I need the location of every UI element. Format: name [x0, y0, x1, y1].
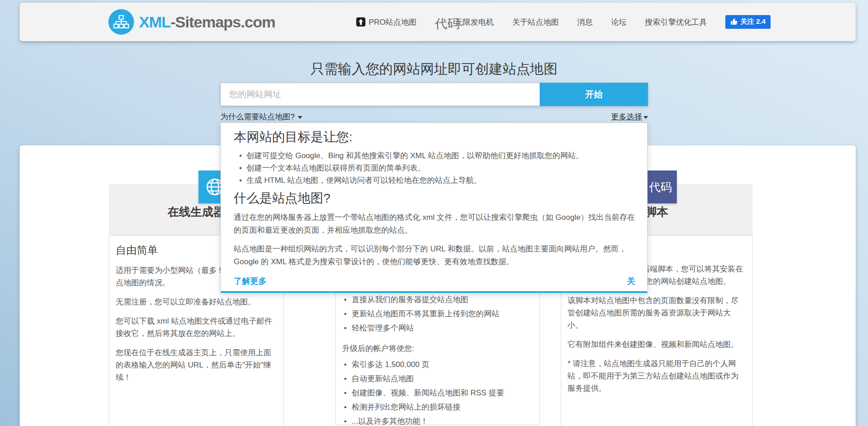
main-nav: PRO站点地图 代码 无限发电机 关于站点地图 消息 论坛 搜索引擎优化工具: [356, 14, 771, 30]
nav-label: 关于站点地图: [512, 17, 559, 27]
popup-paragraph: 通过在您的网络服务器上放置一个带站点地图的格式化 xml 文件，您可以让搜索引擎…: [234, 211, 635, 237]
page-title: 只需输入您的网站网址即可创建站点地图: [0, 60, 868, 79]
header-bar: XML-Sitemaps.com PRO站点地图 代码 无限发电机 关于站点地图: [20, 3, 856, 41]
nav-label: 无限发电机: [455, 17, 494, 27]
list-item: 生成 HTML 站点地图，使网站访问者可以轻松地在您的站点上导航。: [239, 175, 635, 186]
website-url-input[interactable]: [220, 83, 540, 106]
logo-xml: XML: [139, 13, 171, 31]
paragraph: 该脚本对站点地图中包含的页面数量没有限制，尽管创建站点地图所需的服务器资源取决于…: [568, 294, 746, 331]
close-popup-link[interactable]: 关: [627, 276, 635, 287]
list-item: 自动更新站点地图: [344, 373, 533, 385]
list-item: 创建一个文本站点地图以获得所有页面的简单列表。: [239, 162, 635, 174]
list-item: 索引多达 1,500,000 页: [344, 358, 533, 371]
popup-goals-heading: 本网站的目标是让您:: [234, 129, 635, 145]
paragraph: 您可以下载 xml 站点地图文件或通过电子邮件接收它，然后将其放在您的网站上。: [116, 315, 277, 340]
upgrade-feature-list: 索引多达 1,500,000 页 自动更新站点地图 创建图像、视频、新闻站点地图…: [342, 358, 533, 425]
paragraph: 无需注册，您可以立即准备好站点地图。: [116, 296, 277, 308]
paragraph: 您现在位于在线生成器主页上，只需使用上面的表格输入您的网站 URL，然后单击"开…: [116, 346, 277, 383]
sitemap-form: 开始: [220, 83, 648, 106]
list-item: 轻松管理多个网站: [344, 322, 533, 334]
list-item: 更新站点地图而不将其重新上传到您的网站: [344, 308, 533, 320]
nav-item-forum[interactable]: 论坛: [611, 17, 627, 27]
list-item: 直接从我们的服务器提交站点地图: [344, 293, 533, 306]
nav-label: PRO站点地图: [369, 17, 417, 27]
nav-item-unlimited-generator[interactable]: 代码 无限发电机: [435, 14, 494, 30]
nav-label: 消息: [577, 17, 593, 27]
why-sitemap-popup: 本网站的目标是让您: 创建可提交给 Google、Bing 和其他搜索引擎的 X…: [220, 122, 648, 293]
nav-item-pro-sitemaps[interactable]: PRO站点地图: [356, 17, 417, 27]
nav-item-news[interactable]: 消息: [577, 17, 593, 27]
more-options-label: 更多选择: [611, 112, 642, 121]
nav-label: 论坛: [611, 17, 627, 27]
popup-paragraph: 站点地图是一种组织网站的方式，可以识别每个部分下的 URL 和数据。以前，站点地…: [234, 243, 635, 268]
upgrade-intro: 升级后的帐户将使您:: [342, 342, 533, 355]
list-item: 检测并列出您网站上的损坏链接: [344, 401, 533, 413]
site-logo[interactable]: XML-Sitemaps.com: [108, 9, 275, 35]
code-overlay-text: 代码: [435, 16, 460, 32]
list-item: 创建图像、视频、新闻站点地图和 RSS 提要: [344, 387, 533, 399]
pro-arrow-up-icon: [356, 17, 365, 27]
learn-more-link[interactable]: 了解更多: [234, 276, 267, 287]
facebook-follow-label: 关注 2.4: [740, 17, 766, 26]
code-icon-square: 代码: [644, 170, 677, 203]
form-links-row: 为什么需要站点地图? 更多选择: [220, 112, 648, 122]
logo-rest: -Sitemaps.com: [171, 13, 275, 31]
nav-item-seo-tools[interactable]: 搜索引擎优化工具: [645, 17, 707, 27]
popup-what-heading: 什么是站点地图?: [234, 191, 635, 206]
facebook-follow-button[interactable]: 关注 2.4: [725, 15, 771, 29]
pro-feature-list: 直接从我们的服务器提交站点地图 更新站点地图而不将其重新上传到您的网站 轻松管理…: [342, 293, 533, 334]
popup-goals-list: 创建可提交给 Google、Bing 和其他搜索引擎的 XML 站点地图，以帮助…: [234, 150, 635, 186]
nav-label: 搜索引擎优化工具: [645, 17, 707, 27]
logo-text: XML-Sitemaps.com: [139, 13, 275, 31]
paragraph: 它有附加组件来创建图像、视频和新闻站点地图。: [568, 338, 746, 351]
popup-footer: 了解更多 关: [234, 276, 635, 287]
sitemap-tree-icon: [108, 9, 134, 35]
more-options-link[interactable]: 更多选择: [611, 112, 648, 122]
code-square-label: 代码: [649, 180, 672, 195]
list-item: ...以及许多其他功能！: [344, 415, 533, 425]
why-sitemap-link[interactable]: 为什么需要站点地图?: [220, 112, 302, 122]
page: XML-Sitemaps.com PRO站点地图 代码 无限发电机 关于站点地图: [0, 0, 868, 426]
start-button[interactable]: 开始: [540, 83, 648, 106]
thumbs-up-icon: [730, 18, 737, 25]
caret-down-icon: [298, 116, 302, 119]
caret-down-icon: [643, 116, 648, 119]
why-sitemap-label: 为什么需要站点地图?: [220, 112, 295, 123]
script-note: * 请注意，站点地图生成器只能用于自己的个人网站，即不能用于为第三方站点创建站点…: [568, 357, 746, 394]
list-item: 创建可提交给 Google、Bing 和其他搜索引擎的 XML 站点地图，以帮助…: [239, 150, 635, 161]
nav-item-about-sitemaps[interactable]: 关于站点地图: [512, 17, 559, 27]
